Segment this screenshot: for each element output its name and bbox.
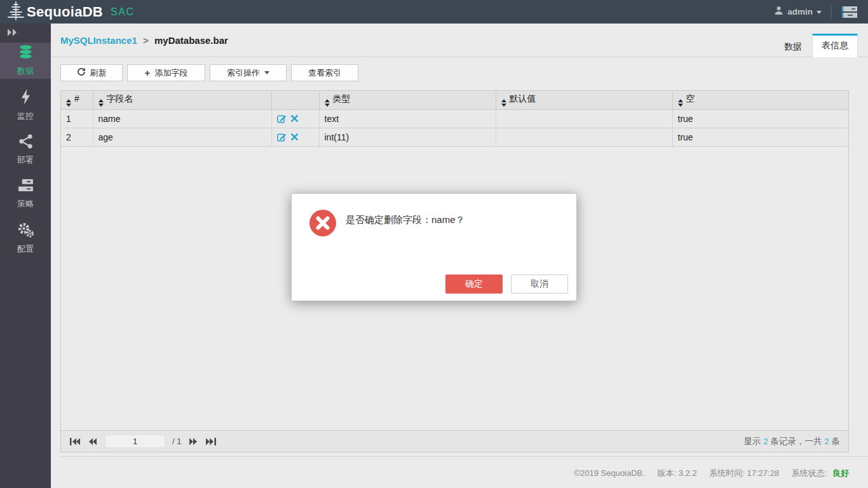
sidebar-item-config[interactable]: 配置 xyxy=(0,220,51,257)
sidebar-item-deploy[interactable]: 部署 xyxy=(0,132,51,168)
sidebar-item-data[interactable]: 数据 xyxy=(0,43,51,79)
cell-type: text xyxy=(319,109,496,128)
column-header-field-name[interactable]: 字段名 xyxy=(93,91,271,109)
page-total: / 1 xyxy=(172,437,181,446)
refresh-label: 刷新 xyxy=(90,67,107,79)
sidebar-collapse-toggle[interactable] xyxy=(0,24,51,43)
footer-status-value: 良好 xyxy=(832,468,849,478)
host-list-icon[interactable] xyxy=(841,6,858,18)
servers-icon xyxy=(18,179,34,195)
record-summary-text: 条 xyxy=(829,437,840,446)
breadcrumb-row: MySQLInstance1 > myDatabase.bar 数据 表信息 xyxy=(51,24,868,57)
column-header-default[interactable]: 默认值 xyxy=(496,91,672,109)
brand-name: SequoiaDB xyxy=(27,4,103,20)
cell-null: true xyxy=(672,128,848,146)
topbar-divider xyxy=(831,6,832,18)
column-header-null[interactable]: 空 xyxy=(672,91,848,109)
sort-icon[interactable] xyxy=(66,99,71,107)
cell-actions xyxy=(271,128,319,146)
index-operations-dropdown[interactable]: 索引操作 xyxy=(210,64,287,81)
sidebar-item-label: 数据 xyxy=(17,65,34,77)
breadcrumb-current: myDatabase.bar xyxy=(154,35,228,46)
topbar: SequoiaDB SAC admin xyxy=(0,0,868,24)
record-total: 2 xyxy=(824,437,829,446)
pagination: / 1 xyxy=(69,435,217,448)
user-icon xyxy=(774,6,783,18)
record-summary: 显示 2 条记录，一共 2 条 xyxy=(743,436,840,447)
chevron-down-icon xyxy=(264,71,269,74)
grid-footer: / 1 显示 2 条记录，一共 2 条 xyxy=(61,430,848,452)
sort-icon[interactable] xyxy=(678,99,683,107)
sidebar-item-label: 配置 xyxy=(17,243,34,255)
error-circle-icon xyxy=(309,210,336,239)
column-label: 字段名 xyxy=(107,93,133,104)
cell-index: 2 xyxy=(61,128,93,146)
edit-field-icon[interactable] xyxy=(277,114,287,123)
cell-type: int(11) xyxy=(319,128,496,146)
sidebar-item-label: 策略 xyxy=(17,198,34,210)
sidebar-item-monitor[interactable]: 监控 xyxy=(0,87,51,123)
user-name: admin xyxy=(787,7,813,17)
brand: SequoiaDB SAC xyxy=(8,1,134,23)
previous-page-button[interactable] xyxy=(88,437,98,446)
sort-icon[interactable] xyxy=(325,99,330,107)
breadcrumb-parent-link[interactable]: MySQLInstance1 xyxy=(60,35,137,46)
cell-default xyxy=(496,128,672,146)
view-index-label: 查看索引 xyxy=(308,67,341,79)
sort-icon[interactable] xyxy=(501,99,506,107)
column-header-type[interactable]: 类型 xyxy=(319,91,496,109)
double-chevron-right-icon xyxy=(7,27,18,39)
record-summary-text: 条记录，一共 xyxy=(768,437,825,446)
column-label: # xyxy=(74,93,79,104)
column-label: 空 xyxy=(686,93,695,104)
footer-version: 版本: 3.2.2 xyxy=(658,468,697,478)
refresh-icon xyxy=(77,67,86,78)
tabs: 数据 表信息 xyxy=(774,34,858,57)
confirm-button[interactable]: 确定 xyxy=(445,274,503,294)
edit-field-icon[interactable] xyxy=(277,132,287,142)
view-index-button[interactable]: 查看索引 xyxy=(291,64,358,81)
lightning-icon xyxy=(20,89,31,107)
breadcrumb: MySQLInstance1 > myDatabase.bar xyxy=(60,35,228,46)
database-icon xyxy=(18,44,34,62)
delete-confirm-dialog: 是否确定删除字段：name？ 确定 取消 xyxy=(291,193,577,301)
sidebar-item-label: 部署 xyxy=(17,154,34,166)
dialog-message: 是否确定删除字段：name？ xyxy=(346,214,465,226)
next-page-button[interactable] xyxy=(188,437,198,446)
sort-icon[interactable] xyxy=(98,99,104,107)
cell-null: true xyxy=(672,109,848,128)
cell-actions xyxy=(271,109,319,128)
last-page-button[interactable] xyxy=(205,437,217,446)
column-header-index[interactable]: # xyxy=(61,91,93,109)
delete-field-icon[interactable] xyxy=(291,133,298,140)
tab-table-info[interactable]: 表信息 xyxy=(812,34,858,57)
fields-table: # 字段名 类型 默认值 空 xyxy=(61,91,848,147)
tab-data[interactable]: 数据 xyxy=(774,36,812,57)
refresh-button[interactable]: 刷新 xyxy=(60,64,123,81)
gears-icon xyxy=(18,222,34,240)
page-number-input[interactable] xyxy=(105,435,165,448)
footer-system-time: 系统时间: 17:27:28 xyxy=(709,468,779,478)
cell-index: 1 xyxy=(61,109,93,128)
cell-default xyxy=(496,109,672,128)
plus-icon: + xyxy=(145,68,151,78)
cancel-button[interactable]: 取消 xyxy=(511,274,568,294)
delete-field-icon[interactable] xyxy=(291,115,298,122)
column-label: 默认值 xyxy=(510,93,536,104)
column-header-actions xyxy=(271,91,319,109)
table-header-row: # 字段名 类型 默认值 空 xyxy=(61,91,848,109)
column-label: 类型 xyxy=(333,93,351,104)
record-count: 2 xyxy=(763,437,768,446)
add-field-button[interactable]: + 添加字段 xyxy=(127,64,205,81)
toolbar: 刷新 + 添加字段 索引操作 查看索引 xyxy=(60,64,358,81)
sidebar: 数据 监控 部署 xyxy=(0,24,51,488)
first-page-button[interactable] xyxy=(69,437,81,446)
sidebar-item-strategy[interactable]: 策略 xyxy=(0,176,51,212)
user-menu[interactable]: admin xyxy=(774,6,822,18)
breadcrumb-separator: > xyxy=(143,35,149,46)
table-row: 1 name xyxy=(61,109,848,128)
chevron-down-icon xyxy=(817,11,822,14)
brand-suffix: SAC xyxy=(111,6,134,18)
table-row: 2 age xyxy=(61,128,848,146)
topbar-right: admin xyxy=(774,6,858,18)
